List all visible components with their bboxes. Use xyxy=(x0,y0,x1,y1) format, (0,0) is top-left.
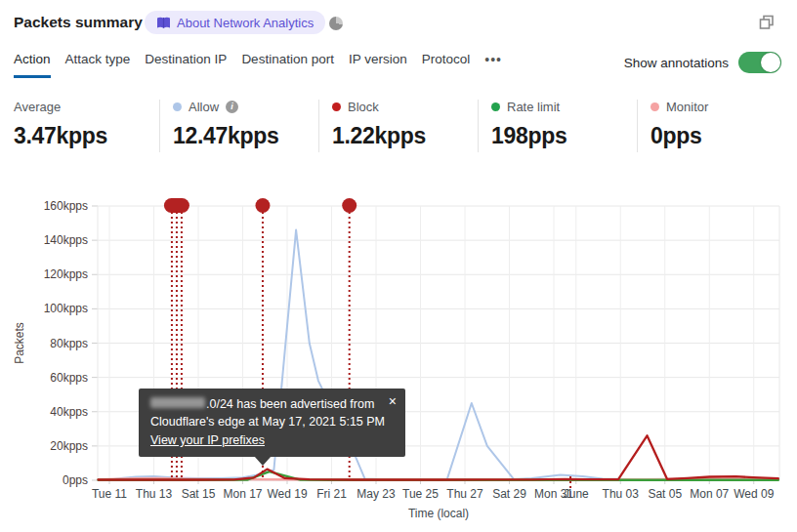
stat-value: 12.47kpps xyxy=(173,123,319,149)
x-tick-label: May 23 xyxy=(357,487,396,501)
y-tick-label: 100kpps xyxy=(44,302,88,315)
packets-chart: 0pps20kpps40kpps60kpps80kpps100kpps120kp… xyxy=(0,190,797,532)
toggle-knob xyxy=(761,53,780,72)
restore-window-icon[interactable] xyxy=(756,12,777,33)
stat-value: 0pps xyxy=(650,123,797,149)
badge-label: About Network Analytics xyxy=(177,16,314,30)
y-tick-label: 140kpps xyxy=(44,233,88,247)
about-network-analytics-badge[interactable]: About Network Analytics xyxy=(145,11,325,34)
stat-label: Block xyxy=(348,100,379,114)
stat-block: Block 1.22kpps xyxy=(332,99,479,149)
tab-ip-version[interactable]: IP version xyxy=(349,52,407,78)
stat-average: Average 3.47kpps xyxy=(14,99,160,149)
stat-value: 3.47kpps xyxy=(14,123,160,149)
annotation-dot[interactable] xyxy=(342,198,357,213)
divider xyxy=(159,100,160,152)
x-tick-label: Sat 29 xyxy=(492,487,526,501)
divider xyxy=(318,100,319,152)
x-tick-label: Tue 11 xyxy=(92,487,127,501)
tooltip-arrow xyxy=(254,456,272,466)
y-tick-label: 20kpps xyxy=(50,439,88,453)
stat-value: 1.22kpps xyxy=(332,123,479,149)
stat-label: Average xyxy=(14,100,61,114)
tab-destination-port[interactable]: Destination port xyxy=(241,52,334,78)
stat-rate-limit: Rate limit 198pps xyxy=(491,99,638,149)
chart-svg: 0pps20kpps40kpps60kpps80kpps100kpps120kp… xyxy=(0,190,797,532)
allow-dot xyxy=(173,102,182,111)
annotation-dot[interactable] xyxy=(255,198,270,213)
annotation-cluster-dot[interactable] xyxy=(164,198,189,213)
stat-value: 198pps xyxy=(491,123,638,149)
divider xyxy=(637,100,638,152)
x-axis-title: Time (local) xyxy=(408,507,469,520)
view-ip-prefixes-link[interactable]: View your IP prefixes xyxy=(150,431,265,449)
tab-destination-ip[interactable]: Destination IP xyxy=(145,52,227,78)
stat-label: Allow xyxy=(189,100,219,114)
tab-protocol[interactable]: Protocol xyxy=(422,52,471,78)
rate-limit-dot xyxy=(491,102,500,111)
x-tick-label: Tue 25 xyxy=(402,487,439,501)
tab-bar: Action Attack type Destination IP Destin… xyxy=(14,52,502,78)
block-dot xyxy=(332,102,341,111)
tooltip-line2: Cloudflare's edge at May 17, 2021 5:15 P… xyxy=(150,413,394,430)
pie-status-icon xyxy=(329,17,343,30)
x-tick-label: Sat 05 xyxy=(648,487,682,501)
y-tick-label: 40kpps xyxy=(50,405,88,419)
y-axis-title: Packets xyxy=(13,322,26,364)
show-annotations-label: Show annotations xyxy=(624,56,729,70)
y-tick-label: 0pps xyxy=(63,473,88,487)
info-icon[interactable]: i xyxy=(226,101,238,113)
tab-attack-type[interactable]: Attack type xyxy=(65,52,131,78)
x-tick-label: Thu 27 xyxy=(446,487,483,501)
stat-monitor: Monitor 0pps xyxy=(650,99,797,149)
y-tick-label: 80kpps xyxy=(50,337,88,350)
annotation-tooltip: × .0/24 has been advertised from Cloudfl… xyxy=(139,389,405,457)
redacted-ip-prefix xyxy=(150,397,205,408)
x-tick-label: Fri 21 xyxy=(316,487,347,501)
stat-label: Rate limit xyxy=(507,100,560,114)
page-title: Packets summary xyxy=(14,14,143,31)
x-tick-label: Wed 19 xyxy=(267,487,307,501)
x-tick-label: Thu 13 xyxy=(136,487,173,501)
x-tick-label: June xyxy=(564,487,589,501)
x-tick-label: Thu 03 xyxy=(603,487,640,501)
x-tick-label: Mon 17 xyxy=(223,487,262,501)
close-icon[interactable]: × xyxy=(389,392,397,410)
y-tick-label: 60kpps xyxy=(50,371,88,385)
stat-allow: Allow i 12.47kpps xyxy=(173,99,319,149)
stat-label: Monitor xyxy=(666,100,708,114)
x-tick-label: Mon 07 xyxy=(690,487,729,501)
book-icon xyxy=(156,17,171,29)
tooltip-line1: .0/24 has been advertised from xyxy=(150,395,394,413)
divider xyxy=(478,100,479,152)
x-tick-label: Wed 09 xyxy=(734,487,774,501)
monitor-dot xyxy=(650,102,659,111)
tab-action[interactable]: Action xyxy=(14,52,51,78)
more-tabs-icon[interactable]: ••• xyxy=(484,52,502,78)
network-analytics-panel: Packets summary About Network Analytics … xyxy=(0,0,797,532)
y-tick-label: 160kpps xyxy=(44,199,88,213)
show-annotations-toggle[interactable] xyxy=(738,52,781,73)
x-tick-label: Sat 15 xyxy=(182,487,216,501)
show-annotations-control: Show annotations xyxy=(624,52,781,73)
y-tick-label: 120kpps xyxy=(44,267,88,281)
